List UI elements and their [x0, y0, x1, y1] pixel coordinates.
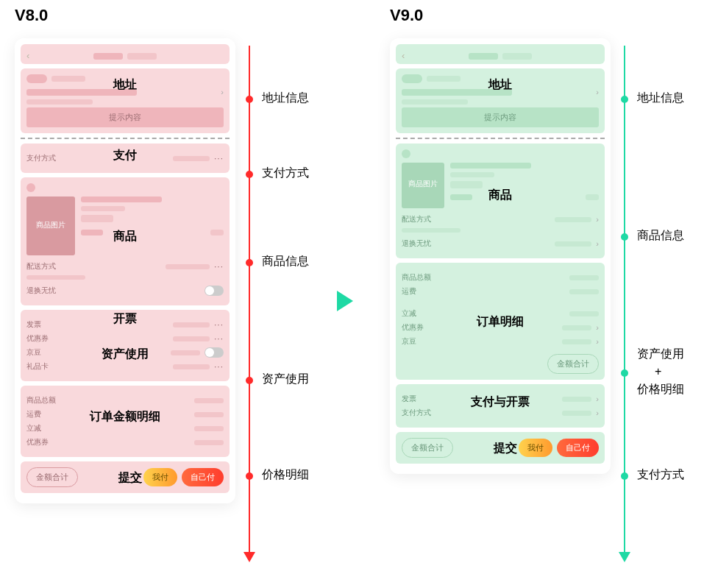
chevron-right-icon[interactable]: ›: [596, 215, 599, 224]
more-icon[interactable]: ···: [214, 333, 224, 344]
row-label: 京豆: [26, 347, 41, 358]
submit-section: 金额合计 提交 我付 自己付: [396, 432, 605, 464]
row-label: 发票: [402, 394, 416, 404]
toggle-switch[interactable]: [205, 286, 224, 296]
pay-self-button[interactable]: 自己付: [557, 439, 599, 457]
row-label: 礼品卡: [26, 361, 49, 372]
timeline-v8: 地址信息 支付方式 商品信息 资产使用 价格明细: [249, 46, 250, 561]
more-icon[interactable]: ···: [214, 361, 224, 372]
pay-for-me-button[interactable]: 我付: [143, 468, 177, 486]
chevron-right-icon[interactable]: ›: [596, 323, 599, 332]
pay-self-button[interactable]: 自己付: [182, 468, 224, 486]
dashed-separator: [396, 138, 605, 139]
chevron-right-icon[interactable]: ›: [596, 337, 599, 346]
product-section: 商品图片 配送方式 › 退换无忧 › 商品: [396, 144, 605, 258]
product-section: 商品图片 配送方式 ··· 退换无忧 商品: [21, 177, 230, 305]
amount-total-pill: 金额合计: [402, 438, 453, 458]
arrow-down-icon: [243, 552, 255, 562]
chevron-right-icon[interactable]: ›: [221, 88, 224, 96]
version-label-v8: V8.0: [15, 6, 48, 25]
chevron-right-icon[interactable]: ›: [596, 394, 599, 403]
header-section: ‹: [396, 44, 605, 64]
hint-banner: 提示内容: [26, 107, 224, 127]
back-icon[interactable]: ‹: [26, 50, 29, 61]
row-label: 立减: [402, 308, 416, 319]
payment-section: 支付方式 ··· 支付: [21, 144, 230, 173]
order-detail-section: 商品总额 运费 立减 优惠券› 京豆› 金额合计 订单明细: [396, 263, 605, 380]
dashed-separator: [21, 138, 230, 139]
timeline-label: 商品信息: [637, 227, 684, 244]
transition-arrow-icon: [337, 291, 353, 311]
arrow-down-icon: [619, 552, 630, 562]
timeline-label: 商品信息: [262, 253, 309, 269]
phone-mock-v8: ‹ › 地址 提示内容 支付方式 ··· 支付: [15, 38, 235, 503]
pay-invoice-section: 发票› 支付方式› 支付与开票: [396, 384, 605, 428]
row-label: 运费: [402, 286, 416, 297]
chevron-right-icon[interactable]: ›: [596, 239, 599, 248]
toggle-switch[interactable]: [205, 347, 224, 358]
timeline-v9: 地址信息 商品信息 资产使用 + 价格明细 支付方式: [624, 46, 625, 561]
row-label: 优惠券: [26, 333, 49, 344]
timeline-label: 支付方式: [262, 165, 309, 181]
row-label: 配送方式: [26, 261, 56, 272]
more-icon[interactable]: ···: [214, 261, 224, 272]
row-label: 优惠券: [26, 437, 49, 447]
back-icon[interactable]: ‹: [402, 50, 405, 61]
timeline-label-plus: +: [655, 364, 661, 380]
more-icon[interactable]: ···: [214, 319, 224, 330]
hint-banner: 提示内容: [402, 107, 599, 127]
invoice-asset-section: 发票 ··· 开票 优惠券 ··· 京豆 礼品卡 ··· 资产使用: [21, 310, 230, 381]
amount-total-pill: 金额合计: [26, 467, 78, 487]
address-section: › 地址 提示内容: [396, 68, 605, 133]
row-label: 商品总额: [26, 395, 56, 405]
more-icon[interactable]: ···: [214, 153, 224, 163]
phone-mock-v9: ‹ › 地址 提示内容 商品图片: [390, 38, 611, 474]
product-image-placeholder: 商品图片: [26, 196, 75, 230]
version-label-v9: V9.0: [390, 6, 423, 25]
amount-total-pill: 金额合计: [547, 354, 599, 374]
row-label: 配送方式: [402, 214, 431, 224]
section-title-submit: 提交: [494, 441, 517, 456]
timeline-label: 资产使用: [262, 371, 309, 387]
timeline-label: 支付方式: [637, 467, 684, 483]
row-label: 运费: [26, 409, 41, 419]
row-label: 优惠券: [402, 322, 424, 333]
row-label: 支付方式: [402, 408, 431, 418]
row-label: 京豆: [402, 336, 416, 347]
product-image-placeholder: 商品图片: [402, 163, 444, 189]
chevron-right-icon[interactable]: ›: [596, 408, 599, 417]
header-section: ‹: [21, 44, 230, 64]
row-label: 立减: [26, 423, 41, 433]
submit-section: 金额合计 提交 我付 自己付: [21, 461, 230, 493]
row-label: 退换无忧: [26, 286, 56, 296]
order-detail-section: 商品总额 运费 立减 优惠券 订单金额明细: [21, 386, 230, 457]
chevron-right-icon[interactable]: ›: [596, 88, 599, 96]
timeline-label: 价格明细: [262, 467, 309, 483]
pay-for-me-button[interactable]: 我付: [519, 439, 552, 457]
row-label: 商品总额: [402, 272, 431, 283]
section-title-submit: 提交: [118, 470, 142, 486]
row-label: 退换无忧: [402, 238, 431, 249]
timeline-label: 地址信息: [637, 90, 684, 106]
row-label: 发票: [26, 319, 41, 330]
timeline-label: 地址信息: [262, 90, 309, 106]
row-label: 支付方式: [26, 153, 56, 163]
address-section: › 地址 提示内容: [21, 68, 230, 133]
timeline-label: 资产使用: [637, 346, 684, 362]
timeline-label: 价格明细: [637, 381, 684, 397]
